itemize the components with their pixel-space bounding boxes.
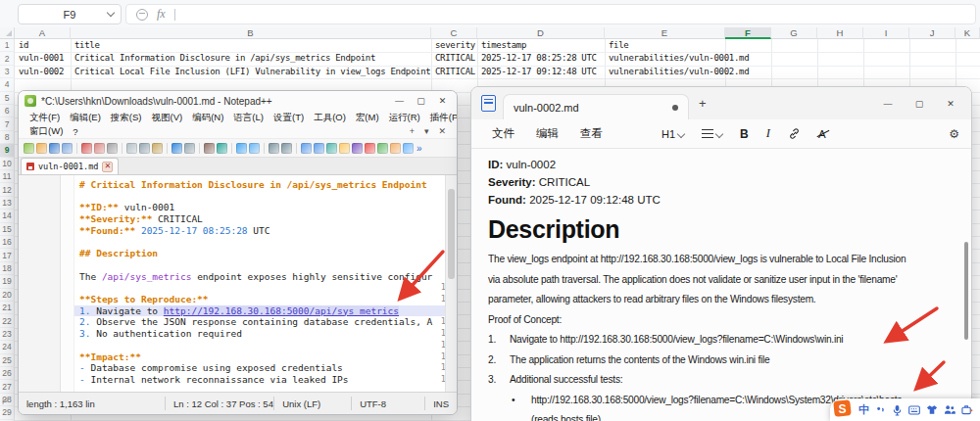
row-header-10[interactable]: 10	[0, 158, 15, 170]
cell-E1[interactable]: file	[609, 39, 628, 52]
notepadpp-titlebar[interactable]: *C:\Users\hkn\Downloads\vuln-0001.md - N…	[19, 91, 457, 111]
column-header-B[interactable]: B	[71, 27, 431, 39]
column-header-J[interactable]: J	[909, 27, 956, 39]
code-line-6[interactable]	[74, 237, 457, 249]
editor-scrollbar[interactable]	[445, 175, 457, 392]
punctuation-icon[interactable]	[875, 404, 886, 415]
row-header-5[interactable]: 5	[0, 92, 15, 105]
copy-icon[interactable]	[139, 143, 150, 154]
code-line-7[interactable]: ## Description	[74, 248, 457, 259]
menu-file[interactable]: 文件	[483, 126, 523, 141]
row-header-1[interactable]: 1	[0, 39, 15, 52]
cell-E2[interactable]: vulnerabilities/vuln-0001.md	[609, 52, 749, 65]
row-header-2[interactable]: 2	[0, 52, 15, 65]
word-wrap-icon[interactable]	[301, 143, 312, 154]
cell-C2[interactable]: CRITICAL	[435, 52, 475, 65]
column-header-A[interactable]: A	[15, 27, 71, 39]
select-all-corner[interactable]	[0, 27, 15, 39]
tab-vuln-0001[interactable]: vuln-0001.md ✕	[21, 158, 119, 174]
undo-icon[interactable]	[172, 143, 182, 154]
toolbox-icon[interactable]	[961, 404, 973, 415]
paste-icon[interactable]	[152, 143, 163, 154]
cell-name-box[interactable]: F9	[18, 4, 122, 24]
code-line-13[interactable]: 2. Observe the JSON response containing …	[74, 316, 457, 328]
row-header-18[interactable]: 18	[0, 262, 15, 275]
code-line-18[interactable]: - Internal network reconnaissance via le…	[74, 374, 457, 386]
code-link[interactable]: http://192.168.30.168:5000/api/sys_metri…	[164, 305, 399, 316]
macro-record-icon[interactable]	[365, 143, 375, 154]
column-header-K[interactable]: K	[956, 27, 980, 39]
link-button[interactable]	[781, 127, 808, 140]
code-line-1[interactable]: # Critical Information Disclosure in /ap…	[74, 179, 457, 191]
column-header-F[interactable]: F	[725, 27, 771, 39]
close-all-icon[interactable]	[94, 143, 105, 154]
show-symbols-icon[interactable]	[314, 143, 324, 154]
minimize-icon[interactable]: —	[873, 97, 903, 111]
zoom-out-icon[interactable]	[249, 143, 260, 154]
row-header-14[interactable]: 14	[0, 210, 15, 222]
mic-icon[interactable]	[892, 404, 903, 416]
cell-D3[interactable]: 2025-12-17 09:12:48 UTC	[481, 66, 597, 78]
replace-icon[interactable]	[217, 143, 227, 154]
formula-bar[interactable]: fx	[125, 4, 976, 24]
row-header-22[interactable]: 22	[0, 314, 15, 327]
find-icon[interactable]	[204, 143, 215, 154]
new-tab-button[interactable]: +	[689, 96, 716, 111]
row-header-16[interactable]: 16	[0, 236, 15, 249]
heading-style-dropdown[interactable]: H1	[655, 128, 691, 140]
redo-icon[interactable]	[184, 143, 195, 154]
sogou-logo-icon[interactable]: S	[833, 398, 853, 418]
cell-A2[interactable]: vuln-0001	[19, 52, 64, 65]
cut-icon[interactable]	[126, 143, 137, 154]
macro-play-icon[interactable]	[377, 143, 388, 154]
row-header-27[interactable]: 27	[0, 380, 15, 393]
row-header-13[interactable]: 13	[0, 197, 15, 210]
row-header-29[interactable]: 29	[0, 406, 15, 419]
cell-E3[interactable]: vulnerabilities/vuln-0002.md	[609, 66, 749, 78]
list-style-dropdown[interactable]	[695, 129, 729, 138]
formula-cancel-icon[interactable]	[136, 9, 148, 21]
row-header-23[interactable]: 23	[0, 328, 15, 341]
npp-menu-9[interactable]: 运行(R)	[385, 112, 424, 124]
cell-C1[interactable]: severity	[435, 39, 475, 52]
new-file-icon[interactable]	[24, 143, 34, 154]
menu-view[interactable]: 查看	[571, 126, 612, 141]
code-line-5[interactable]: **Found:** 2025-12-17 08:25:28 UTC	[74, 225, 457, 237]
close-icon[interactable]	[81, 143, 92, 154]
code-line-14[interactable]: 3. No authentication required	[74, 328, 457, 340]
row-header-21[interactable]: 21	[0, 302, 15, 314]
code-line-8[interactable]	[74, 259, 457, 271]
tab-close-icon[interactable]: ✕	[102, 162, 113, 172]
sogou-ime-bar[interactable]: S 中	[830, 398, 980, 421]
cell-D2[interactable]: 2025-12-17 08:25:28 UTC	[481, 52, 597, 65]
toolbar-overflow-icon[interactable]: »	[416, 143, 422, 154]
npp-menu-1[interactable]: 编辑(E)	[66, 112, 105, 124]
row-header-19[interactable]: 19	[0, 275, 15, 288]
skin-icon[interactable]	[926, 404, 938, 415]
doc-folder-icon[interactable]	[390, 143, 401, 154]
row-header-8[interactable]: 8	[0, 131, 15, 144]
cell-C3[interactable]: CRITICAL	[435, 66, 475, 78]
column-header-H[interactable]: H	[817, 27, 863, 39]
npp-menu2-control-1[interactable]: ▾	[420, 126, 433, 136]
scrollbar-thumb[interactable]	[448, 189, 455, 279]
npp-menu2-control-2[interactable]: ✕	[434, 126, 450, 136]
chinese-mode-button[interactable]: 中	[858, 402, 869, 417]
row-header-9[interactable]: 9	[0, 144, 15, 157]
npp-menu-0[interactable]: 文件(F)	[25, 112, 64, 124]
cell-A3[interactable]: vuln-0002	[19, 66, 64, 78]
row-header-15[interactable]: 15	[0, 223, 15, 236]
code-line-2[interactable]	[74, 191, 457, 203]
italic-button[interactable]: I	[760, 126, 777, 141]
open-folder-icon[interactable]	[36, 143, 47, 154]
npp-menu2-0[interactable]: 窗口(W)	[25, 125, 67, 138]
clear-format-button[interactable]: A	[811, 128, 833, 140]
row-header-17[interactable]: 17	[0, 249, 15, 261]
close-icon[interactable]: ✕	[434, 94, 451, 108]
monitor-icon[interactable]	[352, 143, 363, 154]
cell-B2[interactable]: Critical Information Disclosure in /api/…	[74, 52, 375, 65]
zoom-in-icon[interactable]	[236, 143, 247, 154]
code-line-4[interactable]: **Severity:** CRITICAL	[74, 213, 457, 225]
row-header-24[interactable]: 24	[0, 341, 15, 353]
cell-D1[interactable]: timestamp	[481, 39, 526, 52]
